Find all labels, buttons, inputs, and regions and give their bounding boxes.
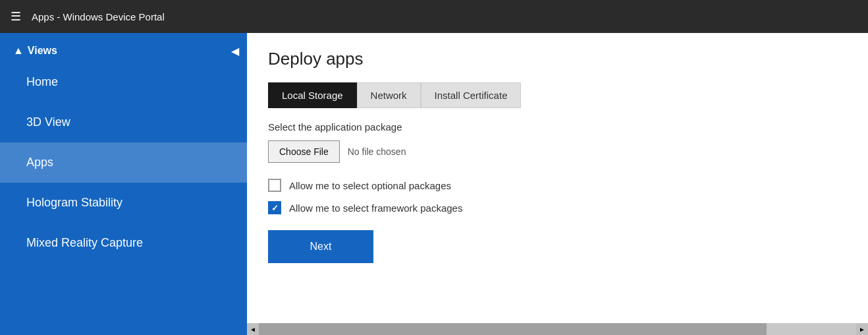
topbar-title: Apps - Windows Device Portal: [32, 11, 165, 22]
checkbox-framework-label: Allow me to select framework packages: [289, 202, 462, 214]
tab-local-storage[interactable]: Local Storage: [268, 82, 357, 108]
sidebar-item-home[interactable]: Home: [0, 62, 247, 102]
views-triangle-icon: ▲: [13, 45, 24, 57]
scrollbar-thumb[interactable]: [259, 323, 767, 335]
scrollbar-track[interactable]: [259, 323, 856, 335]
sidebar-views-label: ▲ Views: [0, 33, 247, 62]
checkbox-optional[interactable]: [268, 179, 281, 192]
sidebar-item-apps[interactable]: Apps: [0, 142, 247, 183]
sidebar-collapse-button[interactable]: ◀: [223, 40, 247, 63]
scrollbar-right-arrow[interactable]: ►: [856, 323, 868, 335]
sidebar-item-mixed-reality-capture[interactable]: Mixed Reality Capture: [0, 223, 247, 263]
file-input-row: Choose File No file chosen: [268, 140, 847, 163]
topbar: ☰ Apps - Windows Device Portal: [0, 0, 868, 33]
sidebar: ◀ ▲ Views Home 3D View Apps Hologram Sta…: [0, 33, 247, 335]
scrollbar-left-arrow[interactable]: ◄: [247, 323, 259, 335]
sidebar-item-3dview[interactable]: 3D View: [0, 102, 247, 142]
checkbox-optional-row: Allow me to select optional packages: [268, 179, 847, 192]
main-layout: ◀ ▲ Views Home 3D View Apps Hologram Sta…: [0, 33, 868, 335]
content-area: Deploy apps Local Storage Network Instal…: [247, 33, 868, 335]
sidebar-item-hologram-stability[interactable]: Hologram Stability: [0, 183, 247, 223]
tab-network[interactable]: Network: [357, 82, 421, 108]
choose-file-button[interactable]: Choose File: [268, 140, 340, 163]
checkbox-framework-row: Allow me to select framework packages: [268, 201, 847, 214]
content-inner: Deploy apps Local Storage Network Instal…: [247, 33, 868, 323]
next-button[interactable]: Next: [268, 230, 373, 263]
page-title: Deploy apps: [268, 49, 847, 69]
hamburger-icon[interactable]: ☰: [11, 9, 21, 24]
tabs-container: Local Storage Network Install Certificat…: [268, 82, 847, 108]
tab-install-certificate[interactable]: Install Certificate: [421, 82, 522, 108]
file-select-label: Select the application package: [268, 121, 847, 133]
checkbox-framework[interactable]: [268, 201, 281, 214]
horizontal-scrollbar: ◄ ►: [247, 323, 868, 335]
views-label-text: Views: [28, 45, 57, 57]
checkbox-optional-label: Allow me to select optional packages: [289, 180, 451, 191]
no-file-text: No file chosen: [348, 146, 406, 157]
